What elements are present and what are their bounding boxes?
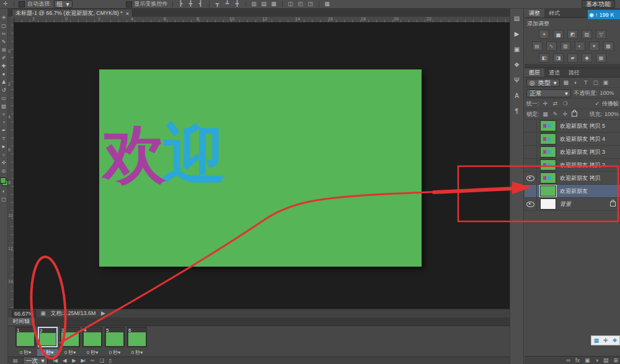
duplicate-frame-button[interactable]: ❏: [100, 358, 104, 363]
layer-name[interactable]: 欢迎新朋友 拷贝 2: [560, 161, 605, 169]
clone-source-panel-icon[interactable]: Ψ: [512, 76, 522, 85]
zoom-level-field[interactable]: 66.67%: [12, 310, 36, 317]
layer-row-copy4[interactable]: 欢迎新朋友 拷贝 4: [525, 133, 620, 146]
eye-icon[interactable]: [526, 175, 534, 181]
adjustment-layer-icon[interactable]: ◑: [595, 357, 598, 363]
layer-name[interactable]: 欢迎新朋友 拷贝 5: [560, 122, 605, 130]
layer-row-copy[interactable]: 欢迎新朋友 拷贝: [525, 172, 620, 185]
color-swatches[interactable]: [0, 177, 7, 186]
skin-icon[interactable]: ❖: [612, 336, 617, 345]
layer-name[interactable]: 背景: [560, 200, 571, 208]
quick-mask-button[interactable]: ◐: [0, 187, 7, 195]
dodge-tool[interactable]: ◔: [0, 118, 7, 127]
visibility-toggle[interactable]: [525, 185, 537, 197]
animation-frame-1[interactable]: 1: [16, 327, 35, 347]
distribute-top-icon[interactable]: ▥: [250, 1, 258, 7]
brush-tool[interactable]: ●: [0, 70, 7, 78]
visibility-toggle[interactable]: [525, 133, 537, 145]
auto-align-layers-icon[interactable]: ▦: [324, 1, 331, 7]
canvas[interactable]: 欢迎: [14, 22, 510, 309]
path-select-tool[interactable]: ►: [0, 143, 7, 151]
gradient-tool[interactable]: ▨: [0, 102, 7, 110]
filter-type-dropdown[interactable]: ◎ 类型 ▾: [526, 79, 560, 87]
ime-toolbar[interactable]: ▦ ✚ ❖: [591, 335, 620, 345]
layer-row-copy5[interactable]: 欢迎新朋友 拷贝 5: [525, 120, 620, 133]
prev-frame-button[interactable]: ◀I: [63, 358, 66, 363]
panel-divider[interactable]: [525, 64, 620, 68]
layer-row-background[interactable]: 背景: [525, 198, 620, 211]
distribute-bottom-icon[interactable]: ▦: [270, 1, 278, 7]
green-document[interactable]: 欢迎: [99, 69, 422, 267]
toolbox-icon[interactable]: ✚: [603, 336, 608, 345]
blend-mode-dropdown[interactable]: 正常 ▾: [526, 89, 571, 97]
marquee-tool[interactable]: ▢: [0, 22, 7, 30]
layer-mask-icon[interactable]: ▣: [585, 357, 590, 363]
layer-thumbnail[interactable]: [540, 159, 556, 171]
unify-visibility-icon[interactable]: ⇄: [552, 100, 559, 107]
brightness-contrast-icon[interactable]: ☀: [539, 30, 549, 39]
next-frame-button[interactable]: ▶I: [81, 358, 85, 363]
align-left-edges-icon[interactable]: ┣: [177, 1, 185, 7]
status-menu-arrow-icon[interactable]: ▶: [100, 310, 107, 317]
new-layer-icon[interactable]: ⊞: [613, 357, 618, 363]
foreground-color-swatch[interactable]: [0, 177, 6, 184]
eraser-tool[interactable]: ▭: [0, 94, 7, 102]
convert-timeline-icon[interactable]: ▤: [13, 358, 17, 363]
frame-delay-2[interactable]: 0 秒▾: [37, 349, 58, 356]
character-panel-icon[interactable]: A: [512, 91, 522, 100]
unify-position-icon[interactable]: ✛: [542, 100, 549, 107]
auto-select-checkbox[interactable]: [19, 1, 25, 7]
lock-all-icon[interactable]: [572, 112, 577, 117]
channel-mixer-icon[interactable]: ✦: [589, 42, 600, 51]
layer-row-selected[interactable]: 欢迎新朋友: [525, 185, 620, 198]
propagate-check-icon[interactable]: ✓: [595, 100, 600, 107]
distribute-left-icon[interactable]: ◫: [287, 1, 294, 7]
fill-value[interactable]: 100%: [604, 111, 619, 117]
play-button[interactable]: ▶: [72, 358, 75, 363]
filter-adjustment-layers-icon[interactable]: ◐: [572, 79, 580, 86]
layer-style-icon[interactable]: fx: [575, 357, 580, 363]
frame-delay-1[interactable]: 0 秒▾: [15, 349, 36, 356]
loop-dropdown[interactable]: 一次 ▾: [23, 357, 48, 364]
vibrance-icon[interactable]: ▽: [596, 30, 606, 39]
frame-delay-6[interactable]: 0 秒▾: [126, 349, 148, 356]
color-lookup-icon[interactable]: ▩: [603, 42, 614, 51]
tab-channels[interactable]: 通道: [544, 68, 564, 77]
animation-frame-5[interactable]: 5: [105, 327, 125, 347]
filter-pixel-layers-icon[interactable]: ▩: [562, 79, 570, 86]
selective-color-icon[interactable]: ▦: [596, 53, 606, 63]
align-horizontal-centers-icon[interactable]: ╋: [187, 1, 195, 7]
brush-panel-icon[interactable]: ❖: [512, 60, 522, 69]
invert-icon[interactable]: ◧: [539, 53, 549, 63]
lasso-tool[interactable]: ∾: [0, 30, 7, 38]
screen-mode-button[interactable]: ▢: [0, 195, 7, 203]
zoom-tool[interactable]: ◎: [0, 167, 7, 175]
tab-adjustments[interactable]: 调整: [525, 9, 544, 17]
layer-row-copy2[interactable]: 欢迎新朋友 拷贝 2: [525, 159, 620, 172]
layer-thumbnail[interactable]: [540, 172, 556, 184]
close-icon[interactable]: ×: [126, 11, 129, 17]
layer-thumbnail[interactable]: [540, 146, 556, 158]
distribute-vertical-icon[interactable]: ▤: [260, 1, 268, 7]
paragraph-panel-icon[interactable]: ¶: [512, 107, 522, 116]
properties-panel-icon[interactable]: ▣: [512, 45, 522, 54]
auto-select-dropdown[interactable]: 组 ▾: [54, 0, 73, 8]
filter-smart-objects-icon[interactable]: ▣: [602, 79, 609, 86]
type-tool[interactable]: T: [0, 135, 7, 143]
eyedropper-tool[interactable]: ✐: [0, 54, 7, 62]
align-vertical-centers-icon[interactable]: ┻: [224, 1, 231, 7]
filter-shape-layers-icon[interactable]: ▢: [592, 79, 600, 86]
move-tool-icon[interactable]: ✛: [2, 1, 9, 7]
color-balance-icon[interactable]: ∿: [546, 42, 557, 51]
layer-name[interactable]: 欢迎新朋友 拷贝 4: [560, 135, 605, 143]
workspace-button[interactable]: 基本功能: [582, 0, 615, 8]
layer-thumbnail[interactable]: [540, 185, 556, 197]
layer-name[interactable]: 欢迎新朋友: [560, 187, 588, 195]
layer-thumbnail[interactable]: [540, 198, 556, 210]
layer-thumbnail[interactable]: [540, 133, 556, 144]
align-bottom-edges-icon[interactable]: ╋: [234, 1, 241, 7]
visibility-toggle[interactable]: [525, 172, 537, 184]
pen-tool[interactable]: ✒: [0, 127, 7, 135]
show-transform-checkbox[interactable]: [126, 1, 132, 7]
crop-tool[interactable]: ⊞: [0, 46, 7, 54]
